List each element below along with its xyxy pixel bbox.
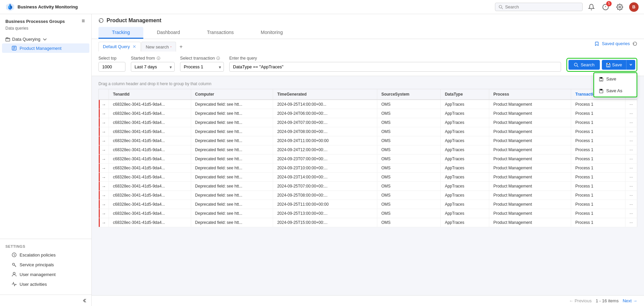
user-avatar[interactable]: B	[629, 2, 639, 12]
cell-more[interactable]: ···	[625, 218, 637, 227]
cell-more[interactable]: ···	[625, 118, 637, 127]
cell-more[interactable]: ···	[625, 136, 637, 145]
row-arrow-icon[interactable]: →	[99, 220, 106, 225]
cell-more[interactable]: ···	[625, 127, 637, 136]
sidebar-collapse-button[interactable]	[81, 298, 87, 305]
row-arrow-icon[interactable]: →	[99, 202, 106, 207]
save-option[interactable]: Save	[594, 73, 637, 85]
cell-more[interactable]: ···	[625, 191, 637, 200]
saved-queries-label[interactable]: Saved queries	[602, 41, 630, 46]
settings-gear-icon[interactable]	[615, 2, 624, 12]
key-icon	[11, 262, 17, 267]
cell-tenantid: c68328ec-3041-41d5-9da4...	[109, 182, 191, 191]
sidebar-toggle-button[interactable]	[81, 18, 86, 25]
row-arrow-icon[interactable]: →	[99, 102, 106, 107]
cell-more[interactable]: ···	[625, 182, 637, 191]
global-search-box[interactable]	[495, 3, 583, 11]
save-option-label: Save	[606, 76, 616, 81]
save-button[interactable]: Save	[602, 60, 626, 70]
add-query-tab-button[interactable]: +	[177, 42, 185, 51]
tab-monitoring[interactable]: Monitoring	[247, 27, 296, 39]
started-from-select[interactable]: Last 7 daysLast 24 hoursLast 30 daysCust…	[131, 62, 175, 72]
select-top-input[interactable]	[98, 62, 125, 72]
col-tenantid[interactable]: TenantId	[109, 89, 191, 100]
row-arrow-icon[interactable]: →	[99, 211, 106, 216]
row-arrow-icon[interactable]: →	[99, 166, 106, 171]
sidebar-item-user-management[interactable]: User management	[2, 270, 89, 279]
cell-timegenerated: 2024-09-25T08:00:00+00:...	[273, 191, 377, 200]
query-tab-default-close[interactable]: ✕	[133, 44, 136, 49]
cell-process: Product Management	[489, 209, 571, 218]
tab-transactions[interactable]: Transactions	[194, 27, 247, 39]
sidebar-item-escalation-policies[interactable]: Escalation policies	[2, 250, 89, 260]
save-as-icon	[599, 89, 604, 93]
row-arrow-icon[interactable]: →	[99, 138, 106, 143]
row-arrow-icon[interactable]: →	[99, 129, 106, 134]
sidebar-item-product-management[interactable]: Product Management	[2, 43, 89, 53]
row-arrow-icon[interactable]: →	[99, 157, 106, 162]
cell-more[interactable]: ···	[625, 173, 637, 182]
cell-more[interactable]: ···	[625, 145, 637, 155]
cell-more[interactable]: ···	[625, 200, 637, 209]
cell-tenantid: c68328ec-3041-41d5-9da4...	[109, 173, 191, 182]
table-area: Drag a column header and drop it here to…	[92, 76, 644, 295]
cell-timegenerated: 2024-09-25T14:00:00+00...	[273, 100, 377, 109]
cell-process: Product Management	[489, 173, 571, 182]
row-arrow-icon[interactable]: →	[99, 193, 106, 198]
col-process[interactable]: Process	[489, 89, 571, 100]
cell-sourcesystem: OMS	[377, 127, 441, 136]
started-from-field: Started from Last 7 daysLast 24 hoursLas…	[131, 56, 175, 72]
col-computer[interactable]: Computer	[191, 89, 273, 100]
refresh-icon[interactable]	[633, 41, 637, 46]
tab-dashboard[interactable]: Dashboard	[143, 27, 194, 39]
global-search-input[interactable]	[505, 4, 579, 9]
row-arrow-icon[interactable]: →	[99, 184, 106, 189]
query-tab-default[interactable]: Default Query ✕	[98, 42, 141, 52]
svg-point-5	[499, 5, 502, 8]
app-logo-area: Business Activity Monitoring	[5, 2, 491, 12]
row-arrow-icon[interactable]: →	[99, 120, 106, 125]
save-chevron-icon	[629, 63, 633, 66]
sidebar-item-user-activities[interactable]: User activities	[2, 279, 89, 289]
svg-point-15	[13, 272, 15, 274]
notifications-bell-icon[interactable]	[587, 2, 596, 12]
svg-line-19	[577, 66, 578, 67]
page-tabs: Tracking Dashboard Transactions Monitori…	[98, 27, 637, 39]
save-dropdown-toggle[interactable]	[626, 60, 635, 70]
col-datatype[interactable]: DataType	[441, 89, 489, 100]
tab-tracking[interactable]: Tracking	[98, 27, 143, 39]
next-button[interactable]: Next →	[623, 298, 637, 303]
query-tab-new-search[interactable]: New search ·	[141, 42, 176, 52]
cell-computer: Deprecated field: see htt...	[191, 164, 273, 173]
row-arrow-icon[interactable]: →	[99, 175, 106, 180]
cell-computer: Deprecated field: see htt...	[191, 200, 273, 209]
row-arrow-icon[interactable]: →	[99, 111, 106, 116]
col-sourcesystem[interactable]: SourceSystem	[377, 89, 441, 100]
cell-more[interactable]: ···	[625, 164, 637, 173]
enter-query-input[interactable]	[229, 62, 561, 72]
cell-process: Product Management	[489, 155, 571, 164]
row-indicator-cell: →	[99, 136, 109, 145]
search-btn-icon	[574, 63, 579, 67]
cell-transaction: Process 1	[571, 109, 625, 118]
select-transaction-label: Select transaction	[180, 56, 224, 61]
cell-more[interactable]: ···	[625, 100, 637, 109]
cell-computer: Deprecated field: see htt...	[191, 145, 273, 155]
cell-computer: Deprecated field: see htt...	[191, 182, 273, 191]
cell-more[interactable]: ···	[625, 155, 637, 164]
cell-more[interactable]: ···	[625, 109, 637, 118]
alerts-icon[interactable]: 5	[601, 2, 610, 12]
cell-timegenerated: 2024-09-23T14:00:00+00:...	[273, 173, 377, 182]
search-button[interactable]: Search	[568, 60, 600, 70]
col-timegenerated[interactable]: TimeGenerated	[273, 89, 377, 100]
select-transaction-select[interactable]: Process 1Process 2All	[180, 62, 224, 72]
row-arrow-icon[interactable]: →	[99, 147, 106, 152]
cell-transaction: Process 1	[571, 100, 625, 109]
cell-more[interactable]: ···	[625, 209, 637, 218]
notification-badge: 5	[606, 1, 612, 6]
save-as-option[interactable]: Save As	[594, 85, 637, 97]
service-principals-label: Service principals	[20, 262, 54, 267]
sidebar-group-header[interactable]: Data Querying	[0, 35, 91, 43]
previous-button[interactable]: ← Previous	[569, 298, 592, 303]
sidebar-item-service-principals[interactable]: Service principals	[2, 260, 89, 269]
